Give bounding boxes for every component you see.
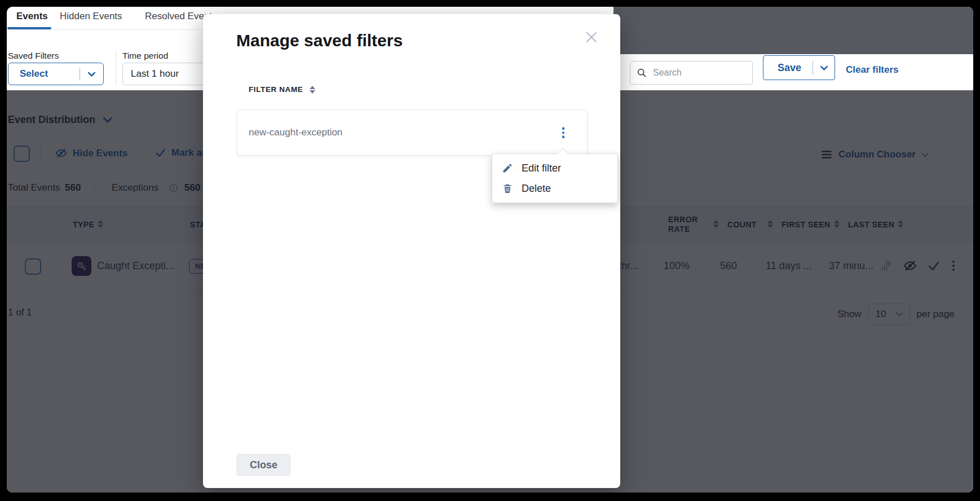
saved-filters-label: Saved Filters	[8, 51, 59, 61]
saved-filters-select[interactable]: Select	[8, 63, 104, 85]
close-button[interactable]: Close	[236, 454, 291, 476]
search-input[interactable]	[652, 67, 739, 78]
saved-filter-name: new-caught-exception	[249, 110, 342, 155]
select-divider	[80, 68, 80, 80]
search-box	[630, 61, 753, 85]
filter-bar-divider	[116, 51, 116, 85]
kebab-icon[interactable]	[559, 124, 568, 142]
delete-menu-item[interactable]: Delete	[492, 178, 617, 199]
close-icon[interactable]	[582, 28, 601, 47]
app-window: Events Hidden Events Resolved Events Sav…	[0, 0, 980, 501]
manage-saved-filters-modal: Manage saved filters FILTER NAME new-cau…	[203, 14, 620, 488]
sort-icon[interactable]	[310, 86, 315, 94]
time-period-label: Time period	[122, 51, 168, 61]
search-icon	[637, 68, 647, 78]
header-dim-region	[613, 7, 973, 54]
filter-name-header: FILTER NAME	[249, 85, 303, 94]
edit-filter-label: Edit filter	[522, 162, 561, 174]
save-button[interactable]: Save	[763, 55, 835, 80]
tab-events[interactable]: Events	[16, 11, 48, 22]
filter-actions-menu: Edit filter Delete	[492, 153, 618, 203]
save-split-divider	[813, 61, 813, 74]
save-label: Save	[778, 62, 813, 74]
trash-icon	[502, 183, 513, 194]
saved-filter-row[interactable]: new-caught-exception	[237, 109, 588, 156]
tab-hidden-events[interactable]: Hidden Events	[60, 11, 122, 22]
time-period-value: Last 1 hour	[131, 68, 179, 80]
saved-filters-value: Select	[20, 68, 80, 80]
edit-filter-menu-item[interactable]: Edit filter	[492, 158, 617, 178]
clear-filters-link[interactable]: Clear filters	[846, 64, 899, 76]
chevron-down-icon	[88, 72, 95, 77]
chevron-down-icon[interactable]	[820, 65, 828, 71]
delete-label: Delete	[522, 183, 551, 195]
pencil-icon	[502, 162, 513, 174]
modal-title: Manage saved filters	[236, 31, 403, 50]
